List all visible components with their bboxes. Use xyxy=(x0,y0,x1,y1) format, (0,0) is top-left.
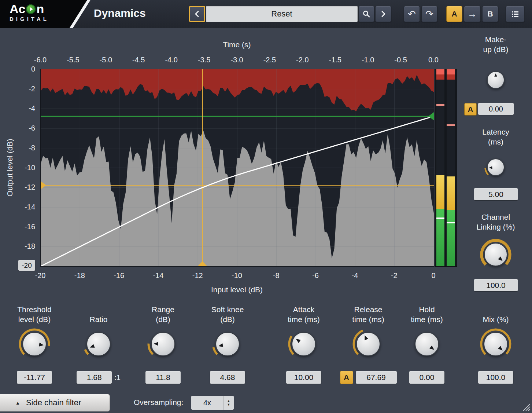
spinner-arrows-icon: ▲ ▼ xyxy=(223,396,234,410)
input-axis-label: Input level (dB) xyxy=(40,285,433,294)
axis-tick: -4.0 xyxy=(165,56,177,64)
ab-select-a-button[interactable]: A xyxy=(446,6,462,22)
output-axis-label: Output level (dB) xyxy=(5,131,15,204)
threshold-label: Thresholdlevel (dB) xyxy=(2,304,67,324)
plugin-title: Dynamics xyxy=(94,7,146,19)
axis-tick: -4.5 xyxy=(132,56,145,64)
axis-tick: -2 xyxy=(29,84,35,93)
axis-tick: -16 xyxy=(114,271,124,280)
axis-tick: -5.5 xyxy=(67,56,79,64)
chevron-right-icon xyxy=(380,10,387,18)
brand-suffix: n xyxy=(36,2,44,15)
ratio-label: Ratio xyxy=(66,304,131,324)
makeup-value[interactable]: 0.00 xyxy=(478,103,514,115)
peak-hold-mark xyxy=(447,124,455,126)
hold-value[interactable]: 0.00 xyxy=(409,371,444,384)
redo-icon: ↷ xyxy=(425,9,433,19)
axis-tick: -3.0 xyxy=(230,56,243,64)
resize-grip[interactable] xyxy=(520,401,531,412)
channel-linking-value[interactable]: 100.0 xyxy=(474,279,518,291)
redo-button[interactable]: ↷ xyxy=(421,6,437,22)
oversampling-value: 4x xyxy=(191,396,223,410)
menu-button[interactable] xyxy=(506,6,525,22)
dynamics-graph[interactable] xyxy=(40,69,434,267)
axis-tick: -4 xyxy=(29,104,35,113)
mix-label: Mix (%) xyxy=(463,304,528,324)
attack-knob[interactable] xyxy=(288,328,320,360)
axis-tick: -1.0 xyxy=(362,56,374,64)
ratio-knob[interactable] xyxy=(82,328,115,360)
range-section: Range(dB) 11.8 xyxy=(131,304,195,384)
output-axis-ticks: 0-2-4-6-8-10-12-14-16-18 xyxy=(15,0,35,279)
mix-knob[interactable] xyxy=(480,328,512,360)
soft-knee-value[interactable]: 4.68 xyxy=(210,371,245,384)
release-label: Releasetime (ms) xyxy=(336,304,400,324)
axis-tick: 0.0 xyxy=(428,56,439,64)
preset-next-button[interactable] xyxy=(375,6,391,22)
preset-name-field[interactable]: Reset xyxy=(206,6,358,22)
undo-button[interactable]: ↶ xyxy=(404,6,420,22)
release-section: Releasetime (ms) A67.69 xyxy=(336,304,400,384)
axis-tick: -2 xyxy=(391,271,398,280)
threshold-value[interactable]: -11.77 xyxy=(17,371,52,384)
undo-icon: ↶ xyxy=(408,9,416,19)
peak-mark xyxy=(447,222,455,223)
soft-knee-knob[interactable] xyxy=(211,328,244,360)
range-value[interactable]: 11.8 xyxy=(145,371,181,384)
soft-knee-section: Soft knee(dB) 4.68 xyxy=(195,304,260,384)
peak-hold-mark xyxy=(436,104,444,106)
meter-left xyxy=(436,69,444,266)
level-meters xyxy=(435,69,457,267)
axis-tick: -16 xyxy=(25,222,35,231)
axis-tick: -14 xyxy=(153,271,163,280)
release-value[interactable]: 67.69 xyxy=(356,371,397,384)
makeup-knob[interactable] xyxy=(484,69,507,91)
oversampling-label: Oversampling: xyxy=(134,398,183,407)
axis-tick: 0 xyxy=(431,271,435,280)
chevron-left-icon xyxy=(193,10,201,18)
side-chain-filter-button[interactable]: ▲ Side chain filter xyxy=(0,394,110,412)
axis-tick: -8 xyxy=(273,271,280,280)
axis-tick: 0 xyxy=(31,65,35,73)
ab-copy-button[interactable]: → xyxy=(464,6,481,22)
axis-tick: -2.0 xyxy=(296,56,309,64)
meter-right xyxy=(447,69,455,266)
ratio-value[interactable]: 1.68 xyxy=(77,371,112,384)
threshold-section: Thresholdlevel (dB) -11.77 xyxy=(2,304,67,384)
axis-tick: -0.5 xyxy=(394,56,407,64)
output-min-box[interactable]: -20 xyxy=(18,260,35,271)
axis-tick: -12 xyxy=(192,271,203,280)
channel-linking-label: ChannelLinking (%) xyxy=(463,212,529,232)
axis-tick: -18 xyxy=(25,242,35,251)
range-knob[interactable] xyxy=(147,328,179,360)
latency-value[interactable]: 5.00 xyxy=(474,188,518,200)
search-icon xyxy=(362,10,370,18)
makeup-auto-button[interactable]: A xyxy=(464,103,477,116)
mix-value[interactable]: 100.0 xyxy=(478,371,513,384)
axis-tick: -4 xyxy=(351,271,358,280)
clip-indicator xyxy=(447,69,455,74)
axis-tick: -6 xyxy=(29,124,35,132)
axis-tick: -10 xyxy=(232,271,242,280)
hold-label: Holdtime (ms) xyxy=(395,304,459,324)
latency-knob[interactable] xyxy=(484,156,507,179)
threshold-knob[interactable] xyxy=(18,328,51,360)
soft-knee-label: Soft knee(dB) xyxy=(195,304,260,324)
range-label: Range(dB) xyxy=(131,304,195,324)
oversampling-select[interactable]: 4x ▲ ▼ xyxy=(191,396,234,410)
ab-select-b-button[interactable]: B xyxy=(482,6,498,22)
release-auto-button[interactable]: A xyxy=(340,371,353,384)
axis-tick: -20 xyxy=(35,271,46,280)
channel-linking-knob[interactable] xyxy=(480,238,512,271)
axis-tick: -3.5 xyxy=(198,56,210,64)
preset-search-button[interactable] xyxy=(358,6,374,22)
ceiling-handle xyxy=(428,112,434,120)
right-arrow-icon: → xyxy=(468,9,477,19)
time-axis-label: Time (s) xyxy=(40,40,433,49)
hold-knob[interactable] xyxy=(411,328,443,360)
attack-value[interactable]: 10.00 xyxy=(286,371,321,384)
release-knob[interactable] xyxy=(352,328,384,360)
time-axis-ticks: -6.0-5.5-5.0-4.5-4.0-3.5-3.0-2.5-2.0-1.5… xyxy=(0,56,532,65)
preset-prev-button[interactable] xyxy=(189,6,205,22)
axis-tick: -8 xyxy=(29,143,35,152)
